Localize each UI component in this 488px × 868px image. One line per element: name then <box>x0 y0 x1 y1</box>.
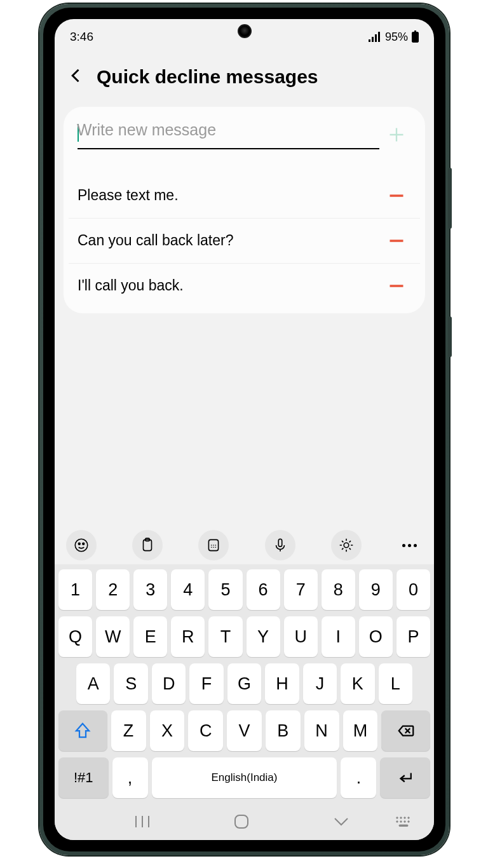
message-item[interactable]: Please text me. <box>69 173 420 219</box>
key-symbols[interactable]: !#1 <box>58 757 109 798</box>
input-placeholder: Write new message <box>77 121 216 139</box>
key-a[interactable]: A <box>76 663 110 704</box>
textpad-button[interactable] <box>198 530 229 560</box>
key-1[interactable]: 1 <box>58 569 92 610</box>
status-right: 95% <box>369 31 419 44</box>
enter-icon <box>396 768 415 787</box>
keyboard-more-button[interactable] <box>397 544 423 547</box>
key-6[interactable]: 6 <box>247 569 280 610</box>
key-backspace[interactable] <box>381 710 430 751</box>
add-message-button[interactable] <box>387 125 406 144</box>
key-9[interactable]: 9 <box>359 569 393 610</box>
key-w[interactable]: W <box>96 616 130 657</box>
key-b[interactable]: B <box>266 710 301 751</box>
plus-icon <box>388 126 405 144</box>
status-time: 3:46 <box>70 30 93 44</box>
remove-message-button[interactable] <box>387 276 406 295</box>
remove-message-button[interactable] <box>387 231 406 250</box>
key-r[interactable]: R <box>171 616 205 657</box>
key-period[interactable]: . <box>341 757 376 798</box>
key-7[interactable]: 7 <box>284 569 318 610</box>
textpad-icon <box>205 537 222 553</box>
back-button[interactable] <box>67 67 85 87</box>
key-i[interactable]: I <box>322 616 355 657</box>
mic-icon <box>272 537 288 553</box>
key-n[interactable]: N <box>304 710 339 751</box>
kb-row-qwerty: Q W E R T Y U I O P <box>58 616 430 657</box>
key-l[interactable]: L <box>379 663 412 704</box>
shift-icon <box>73 721 92 740</box>
key-4[interactable]: 4 <box>171 569 205 610</box>
key-0[interactable]: 0 <box>396 569 430 610</box>
message-item[interactable]: I'll call you back. <box>69 264 420 308</box>
key-y[interactable]: Y <box>247 616 280 657</box>
key-c[interactable]: C <box>188 710 223 751</box>
svg-point-10 <box>78 543 80 545</box>
kb-row-zxcv: Z X C V B N M <box>58 710 430 751</box>
minus-icon <box>388 232 405 250</box>
key-z[interactable]: Z <box>111 710 146 751</box>
kb-row-asdf: A S D F G H J K L <box>58 663 430 704</box>
svg-point-9 <box>75 539 88 552</box>
nav-back[interactable] <box>292 815 391 828</box>
message-item[interactable]: Can you call back later? <box>69 219 420 264</box>
svg-rect-1 <box>372 37 374 42</box>
key-s[interactable]: S <box>114 663 147 704</box>
emoji-button[interactable] <box>66 530 97 560</box>
message-list: Please text me. Can you call back later?… <box>69 173 420 308</box>
key-f[interactable]: F <box>189 663 223 704</box>
key-space[interactable]: English(India) <box>152 757 337 798</box>
battery-percent: 95% <box>385 31 408 44</box>
backspace-icon <box>396 721 416 740</box>
keyboard-settings-button[interactable] <box>331 530 362 560</box>
key-3[interactable]: 3 <box>133 569 167 610</box>
key-v[interactable]: V <box>227 710 262 751</box>
key-t[interactable]: T <box>208 616 242 657</box>
svg-point-37 <box>408 821 409 822</box>
phone-frame: 3:46 95% Quick decline messa <box>39 4 449 855</box>
svg-rect-0 <box>369 39 370 42</box>
key-u[interactable]: U <box>284 616 318 657</box>
key-shift[interactable] <box>58 710 107 751</box>
new-message-row: Write new message <box>69 121 420 149</box>
svg-point-36 <box>404 821 405 822</box>
svg-point-31 <box>400 817 402 818</box>
new-message-input[interactable]: Write new message <box>78 121 379 149</box>
minus-icon <box>388 277 405 295</box>
key-d[interactable]: D <box>152 663 186 704</box>
clipboard-button[interactable] <box>132 530 163 560</box>
front-camera <box>238 24 252 38</box>
key-enter[interactable] <box>380 757 430 798</box>
key-5[interactable]: 5 <box>208 569 242 610</box>
key-h[interactable]: H <box>265 663 299 704</box>
clipboard-icon <box>139 537 156 553</box>
svg-rect-21 <box>278 539 281 546</box>
key-j[interactable]: J <box>303 663 337 704</box>
svg-rect-2 <box>375 34 377 42</box>
svg-point-33 <box>408 817 409 818</box>
page-title: Quick decline messages <box>97 66 318 88</box>
key-e[interactable]: E <box>133 616 167 657</box>
key-8[interactable]: 8 <box>322 569 355 610</box>
chevron-down-icon <box>332 815 350 828</box>
key-2[interactable]: 2 <box>96 569 130 610</box>
screen: 3:46 95% Quick decline messa <box>55 19 434 840</box>
nav-home[interactable] <box>192 813 291 830</box>
key-k[interactable]: K <box>341 663 374 704</box>
messages-card: Write new message Please text me. Can <box>64 107 425 313</box>
key-q[interactable]: Q <box>58 616 92 657</box>
key-comma[interactable]: , <box>112 757 148 798</box>
keyboard: 1 2 3 4 5 6 7 8 9 0 Q W E R T Y <box>55 564 434 803</box>
voice-input-button[interactable] <box>265 530 295 560</box>
nav-recents[interactable] <box>93 815 192 829</box>
nav-keyboard-switch[interactable] <box>391 816 416 827</box>
key-g[interactable]: G <box>227 663 261 704</box>
key-m[interactable]: M <box>343 710 378 751</box>
key-p[interactable]: P <box>396 616 430 657</box>
remove-message-button[interactable] <box>387 186 406 205</box>
svg-point-32 <box>404 817 405 818</box>
key-o[interactable]: O <box>359 616 393 657</box>
side-button-power <box>448 316 452 357</box>
keyboard-switch-icon <box>395 816 412 827</box>
key-x[interactable]: X <box>150 710 185 751</box>
